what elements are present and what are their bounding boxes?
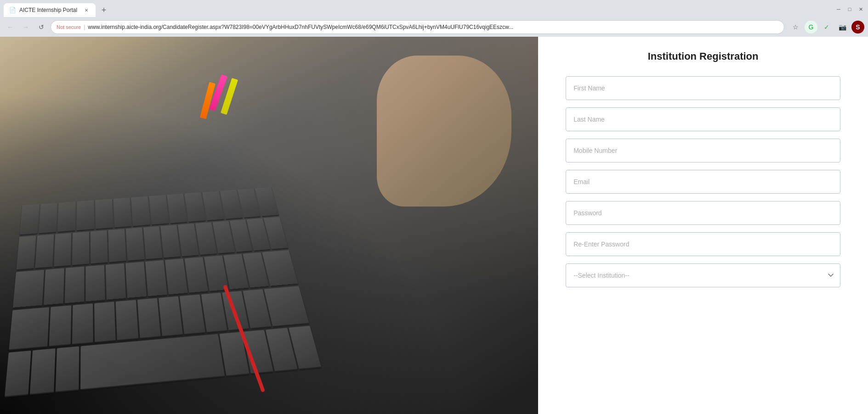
select-institution-dropdown[interactable]: --Select Institution-- [566,263,840,287]
mobile-number-field [566,139,840,162]
extension-icon-3[interactable]: 📷 [836,21,849,34]
bookmark-icon[interactable]: ☆ [789,21,802,34]
page-content: Institution Registration --Select In [0,37,868,414]
form-title: Institution Registration [648,50,759,62]
tab-close-button[interactable]: ✕ [83,6,90,14]
toolbar-icons: ☆ G ✓ 📷 S [789,21,864,34]
re-enter-password-field [566,232,840,256]
address-bar-row: ← → ↺ Not secure | www.internship.aicte-… [0,17,868,37]
back-button[interactable]: ← [4,21,17,34]
form-panel: Institution Registration --Select In [538,37,868,414]
select-institution-field: --Select Institution-- [566,263,840,287]
re-enter-password-input[interactable] [566,232,840,256]
url-separator: | [84,24,85,30]
security-indicator: Not secure [57,24,81,30]
hand-graphic [377,56,511,207]
profile-avatar[interactable]: S [851,21,864,34]
extension-icon-2[interactable]: ✓ [820,21,833,34]
last-name-field [566,107,840,131]
email-input[interactable] [566,170,840,194]
keyboard-graphic [5,187,322,398]
maximize-button[interactable]: □ [846,6,853,13]
address-bar[interactable]: Not secure | www.internship.aicte-india.… [51,20,784,34]
tab-favicon: 📄 [9,7,16,13]
close-window-button[interactable]: ✕ [857,6,864,13]
email-field [566,170,840,194]
forward-button[interactable]: → [19,21,32,34]
minimize-button[interactable]: ─ [835,6,842,13]
browser-chrome: 📄 AICTE Internship Portal ✕ + ─ □ ✕ ← → … [0,0,868,37]
extension-icon-1[interactable]: G [805,21,817,34]
tab-title: AICTE Internship Portal [19,7,79,13]
password-field [566,201,840,225]
refresh-button[interactable]: ↺ [35,21,48,34]
background-photo [0,37,538,414]
password-input[interactable] [566,201,840,225]
first-name-input[interactable] [566,76,840,100]
last-name-input[interactable] [566,107,840,131]
first-name-field [566,76,840,100]
window-controls: ─ □ ✕ [835,6,864,15]
tab-bar: 📄 AICTE Internship Portal ✕ + ─ □ ✕ [0,0,868,17]
active-tab[interactable]: 📄 AICTE Internship Portal ✕ [4,3,96,17]
new-tab-button[interactable]: + [97,4,110,17]
url-text: www.internship.aicte-india.org/Candidate… [88,24,513,30]
mobile-number-input[interactable] [566,139,840,162]
